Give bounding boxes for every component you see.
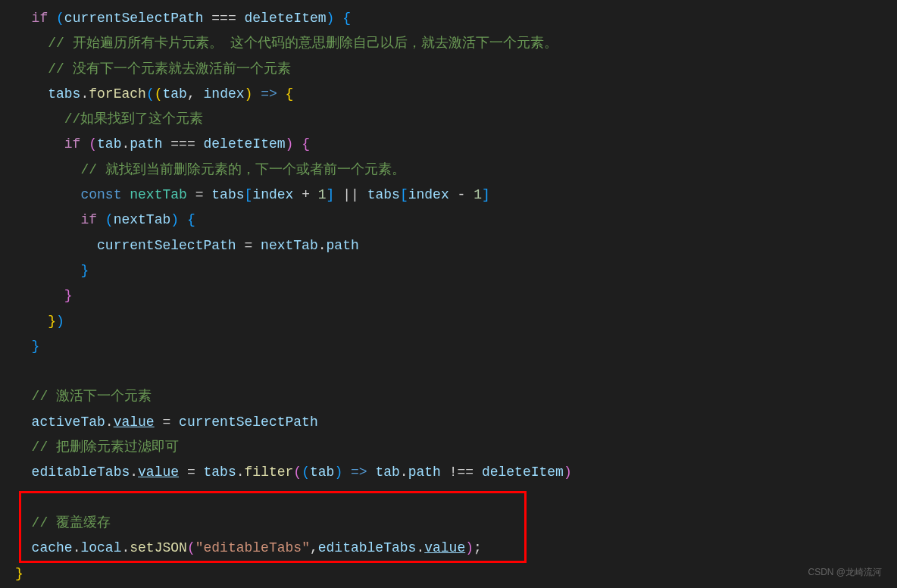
code-line: } (15, 561, 897, 586)
code-line: } (15, 283, 897, 308)
code-line: // 覆盖缓存 (15, 511, 897, 536)
code-line: // 把删除元素过滤即可 (15, 435, 897, 460)
code-line: //如果找到了这个元素 (15, 107, 897, 132)
watermark: CSDN @龙崎流河 (808, 564, 882, 580)
code-line: cache.local.setJSON("editableTabs",edita… (15, 536, 897, 561)
code-editor[interactable]: if (currentSelectPath === deleteItem) { … (0, 0, 897, 586)
code-line: const nextTab = tabs[index + 1] || tabs[… (15, 183, 897, 208)
code-line: // 开始遍历所有卡片元素。 这个代码的意思删除自己以后，就去激活下一个元素。 (15, 31, 897, 56)
code-line: tabs.forEach((tab, index) => { (15, 82, 897, 107)
code-line: // 激活下一个元素 (15, 384, 897, 409)
code-line: if (nextTab) { (15, 208, 897, 233)
code-line: activeTab.value = currentSelectPath (15, 410, 897, 435)
code-line (15, 359, 897, 384)
code-line: }) (15, 309, 897, 334)
code-line: // 没有下一个元素就去激活前一个元素 (15, 57, 897, 82)
code-line: } (15, 334, 897, 359)
code-line (15, 486, 897, 511)
code-line: if (currentSelectPath === deleteItem) { (15, 6, 897, 31)
code-line: if (tab.path === deleteItem) { (15, 132, 897, 157)
code-line: // 就找到当前删除元素的，下一个或者前一个元素。 (15, 158, 897, 183)
code-line: currentSelectPath = nextTab.path (15, 233, 897, 258)
code-line: } (15, 258, 897, 283)
code-line: editableTabs.value = tabs.filter((tab) =… (15, 460, 897, 485)
